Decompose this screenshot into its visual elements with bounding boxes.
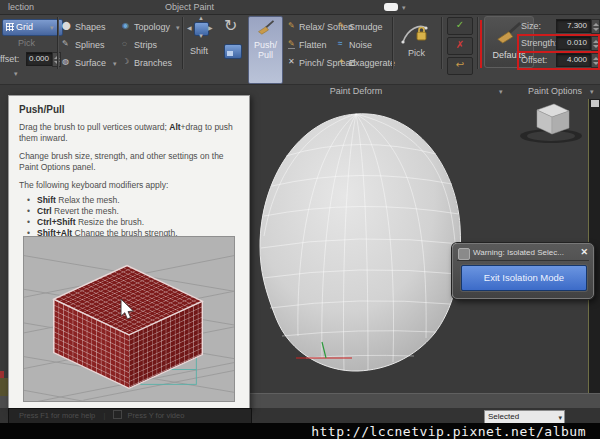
viewcube[interactable] xyxy=(513,96,585,146)
offset-input[interactable]: 0.000 xyxy=(26,52,53,66)
topology-dropdown-icon[interactable]: ▾ xyxy=(176,24,180,32)
size-input[interactable]: 7.300 xyxy=(556,19,591,33)
shapes-icon: ⬤ xyxy=(62,21,71,30)
cancel-button[interactable]: ✗ xyxy=(447,37,473,55)
close-icon[interactable]: ✕ xyxy=(580,247,588,257)
footer-video-text: Press Y for video xyxy=(128,411,185,420)
edge-artifact xyxy=(0,378,8,396)
flatten-item[interactable]: Flatten xyxy=(299,40,327,50)
push-pull-tooltip: Push/Pull Drag the brush to pull vertice… xyxy=(8,95,250,410)
tooltip-paragraph-1: Drag the brush to pull vertices outward;… xyxy=(19,122,239,144)
revert-button[interactable]: ↩ xyxy=(447,57,473,75)
exaggerate-item[interactable]: Exaggerate xyxy=(349,58,395,68)
paint-options-group-label[interactable]: Paint Options xyxy=(520,86,590,96)
grid-icon xyxy=(6,23,14,31)
defaults-expand-icon[interactable]: ▾ xyxy=(499,88,503,96)
app-window: lection Object Paint ▾ Grid ▾ Pick Offse… xyxy=(0,0,600,439)
ribbon: Grid ▾ Pick Offset: 0.000 ▾ ⬤ Shapes ✎ S… xyxy=(0,14,600,84)
pick-curve-icon[interactable] xyxy=(400,20,432,46)
branches-icon: ☽ xyxy=(122,57,129,66)
tooltip-paragraph-2: Change brush size, strength, and other s… xyxy=(19,151,239,173)
paint-deform-group-label: Paint Deform xyxy=(230,86,482,96)
list-item: Ctrl+Shift Resize the brush. xyxy=(27,217,249,228)
watermark-url: http://lccnetvip.pixnet.net/album xyxy=(311,424,586,439)
pinch-spread-item[interactable]: Pinch/ Spread xyxy=(299,58,356,68)
exaggerate-icon: ✦ xyxy=(338,57,345,66)
panel-expand-icon[interactable]: ▾ xyxy=(14,70,18,78)
head-model[interactable] xyxy=(238,86,488,393)
push-pull-label-2: Pull xyxy=(249,50,282,60)
list-item: Shift Relax the mesh. xyxy=(27,195,249,206)
rotate-icon[interactable]: ↻ xyxy=(224,16,237,35)
tab-selection[interactable]: lection xyxy=(8,2,34,12)
grid-button-label: Grid xyxy=(16,22,33,32)
red-annotation-offset xyxy=(517,51,600,70)
smudge-icon: ✎ xyxy=(338,21,345,30)
splines-icon: ✎ xyxy=(62,39,69,48)
offset-label: Offset: xyxy=(0,54,19,64)
list-item: Ctrl Revert the mesh. xyxy=(27,206,249,217)
size-spinner[interactable] xyxy=(591,19,600,34)
dialog-app-icon xyxy=(458,248,470,260)
video-icon xyxy=(113,410,122,419)
color-swatch-icon[interactable] xyxy=(384,3,398,11)
dialog-title: Warning: Isolated Selec... xyxy=(473,248,564,257)
noise-item[interactable]: Noise xyxy=(349,40,372,50)
push-pull-label-1: Push/ xyxy=(249,40,282,50)
brush-icon xyxy=(256,19,276,36)
footer-help-text: Press F1 for more help xyxy=(19,411,95,420)
shapes-item[interactable]: Shapes xyxy=(75,22,106,32)
modifier-list: Shift Relax the mesh. Ctrl Revert the me… xyxy=(27,195,249,239)
relax-soften-item[interactable]: Relax/ Soften xyxy=(299,22,353,32)
topology-item[interactable]: Topology xyxy=(134,22,170,32)
surface-dropdown-icon[interactable]: ▾ xyxy=(113,60,117,68)
panel-tool-icon[interactable] xyxy=(224,44,242,59)
exit-isolation-button[interactable]: Exit Isolation Mode xyxy=(461,265,587,291)
shift-label[interactable]: Shift xyxy=(190,46,208,56)
splines-item[interactable]: Splines xyxy=(75,40,105,50)
pinch-spread-icon: ✕ xyxy=(288,57,295,66)
branches-item[interactable]: Branches xyxy=(134,58,172,68)
revert-brush-icon: ↩ xyxy=(456,59,464,70)
paint-options-caret-icon[interactable]: ▾ xyxy=(590,88,594,96)
shift-move-icon[interactable]: ▲ ▼ ◀ ▶ xyxy=(189,18,213,40)
pick-label: Pick xyxy=(18,38,35,48)
tab-object-paint[interactable]: Object Paint xyxy=(165,2,214,12)
smudge-item[interactable]: Smudge xyxy=(349,22,383,32)
ribbon-tab-bar: lection Object Paint ▾ xyxy=(0,0,600,15)
pick-button[interactable]: Pick xyxy=(408,48,425,58)
topology-icon: ◉ xyxy=(122,21,129,30)
commit-button[interactable]: ✓ xyxy=(447,17,473,35)
relax-icon: ✎ xyxy=(288,21,295,30)
strips-icon: ◌ xyxy=(122,39,127,48)
red-annotation-line xyxy=(480,20,482,68)
command-panel-sliver xyxy=(589,84,600,393)
strips-item[interactable]: Strips xyxy=(134,40,157,50)
noise-icon: ≈ xyxy=(338,39,342,48)
size-label: Size: xyxy=(521,21,541,31)
cross-icon: ✗ xyxy=(456,39,464,50)
check-icon: ✓ xyxy=(456,19,464,30)
tooltip-example-image xyxy=(23,236,235,402)
watermark-bar: http://lccnetvip.pixnet.net/album xyxy=(0,423,600,439)
surface-item[interactable]: Surface xyxy=(75,58,106,68)
flatten-icon: ✎ xyxy=(288,39,295,49)
surface-icon: ◍ xyxy=(62,57,69,66)
dialog-titlebar[interactable]: Warning: Isolated Selec... ✕ xyxy=(457,247,589,261)
panel-icon-fragment xyxy=(591,100,599,107)
edge-artifact xyxy=(0,371,4,378)
tooltip-title: Push/Pull xyxy=(19,104,249,115)
grid-dropdown-icon[interactable]: ▾ xyxy=(50,24,54,32)
push-pull-button[interactable]: Push/ Pull xyxy=(248,16,283,84)
selection-filter-dropdown[interactable]: Selected ▾ xyxy=(484,410,565,424)
tooltip-paragraph-3: The following keyboard modifiers apply: xyxy=(19,180,239,191)
chevron-down-icon[interactable]: ▾ xyxy=(402,4,406,12)
warning-dialog: Warning: Isolated Selec... ✕ Exit Isolat… xyxy=(452,243,594,299)
